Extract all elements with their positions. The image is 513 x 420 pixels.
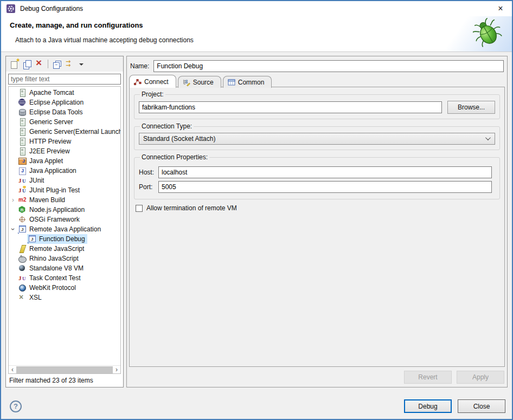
- config-tree-box: Apache TomcatEclipse ApplicationEclipse …: [8, 86, 121, 374]
- close-icon[interactable]: ×: [495, 3, 506, 15]
- project-group-label: Project:: [140, 91, 165, 98]
- junit-plugin-icon: [18, 186, 27, 195]
- close-button[interactable]: Close: [458, 399, 505, 413]
- new-config-icon: [10, 60, 19, 69]
- v8-icon: [18, 264, 27, 273]
- port-input[interactable]: [158, 181, 492, 193]
- tree-item[interactable]: Java Application: [9, 166, 120, 176]
- header-banner: Create, manage, and run configurations A…: [1, 16, 512, 52]
- java-applet-icon: [18, 157, 27, 165]
- tree-item[interactable]: ›Maven Build: [9, 195, 120, 205]
- tab-label: Common: [238, 79, 265, 86]
- connection-properties-label: Connection Properties:: [140, 153, 209, 161]
- junit-icon: [18, 176, 27, 185]
- server-icon: [18, 127, 27, 136]
- scrollbar-track[interactable]: [16, 366, 113, 373]
- tree-item[interactable]: Generic Server(External Launch): [9, 127, 120, 137]
- tree-item-label: Generic Server(External Launch): [29, 128, 120, 135]
- tab-connect[interactable]: Connect: [129, 75, 176, 88]
- connection-properties-group: Connection Properties: Host: Port:: [134, 153, 500, 199]
- horizontal-scrollbar[interactable]: ‹ ›: [9, 365, 120, 373]
- new-launch-configuration-button[interactable]: [8, 58, 21, 70]
- expander-expanded-icon[interactable]: ›: [9, 225, 17, 234]
- apply-button[interactable]: Apply: [457, 371, 504, 384]
- collapse-all-button[interactable]: [50, 58, 63, 70]
- tree-item-label: Generic Server: [29, 118, 73, 126]
- duplicate-launch-configuration-button[interactable]: [21, 58, 33, 70]
- allow-termination-label[interactable]: Allow termination of remote VM: [146, 204, 237, 212]
- port-label: Port:: [139, 183, 158, 191]
- name-input[interactable]: [153, 60, 504, 72]
- tree-item-label: OSGi Framework: [29, 216, 80, 223]
- tree-item-label: Maven Build: [29, 196, 65, 204]
- tree-item-label: HTTP Preview: [29, 138, 71, 145]
- bug-icon: [473, 18, 503, 51]
- dialog-body: Apache TomcatEclipse ApplicationEclipse …: [1, 52, 512, 395]
- connection-type-select[interactable]: Standard (Socket Attach): [139, 133, 495, 145]
- rhino-icon: [18, 254, 27, 263]
- chevron-down-icon: [485, 135, 491, 140]
- filter-input[interactable]: [8, 74, 121, 85]
- tree-item[interactable]: JUnit: [9, 176, 120, 185]
- scrollbar-thumb[interactable]: [16, 366, 113, 373]
- tab-common[interactable]: Common: [223, 76, 272, 88]
- tree-item[interactable]: Task Context Test: [9, 273, 120, 283]
- tree-item[interactable]: ›Remote Java Application: [9, 224, 120, 234]
- tab-bar: ConnectSourceCommon: [129, 74, 505, 87]
- debug-button[interactable]: Debug: [404, 399, 452, 413]
- toolbar-separator: [48, 60, 48, 68]
- toolbar-menu-button[interactable]: [75, 58, 88, 70]
- tree-item[interactable]: Eclipse Data Tools: [9, 107, 120, 117]
- tree-item[interactable]: Eclipse Application: [9, 98, 120, 107]
- tree-item[interactable]: Node.js Application: [9, 205, 120, 215]
- server-icon: [18, 118, 27, 126]
- common-icon: [228, 79, 235, 86]
- tree-item[interactable]: Rhino JavaScript: [9, 254, 120, 263]
- tree-item[interactable]: Apache Tomcat: [9, 88, 120, 98]
- tree-item-label: WebKit Protocol: [29, 284, 76, 292]
- scroll-left-icon[interactable]: ‹: [9, 366, 16, 373]
- tree-item-label: J2EE Preview: [29, 147, 70, 155]
- tree-item[interactable]: Standalone V8 VM: [9, 263, 120, 273]
- tree-item[interactable]: J2EE Preview: [9, 146, 120, 156]
- server-icon: [18, 88, 27, 97]
- project-input[interactable]: [139, 101, 442, 113]
- tab-source[interactable]: Source: [178, 76, 221, 88]
- browse-button[interactable]: Browse...: [447, 101, 495, 114]
- tab-label: Connect: [144, 78, 169, 86]
- config-toolbar: [6, 56, 123, 72]
- connect-icon: [134, 78, 142, 86]
- tree-item[interactable]: HTTP Preview: [9, 137, 120, 146]
- debug-configurations-dialog: Debug Configurations × Create, manage, a…: [0, 0, 513, 420]
- database-icon: [18, 108, 27, 117]
- tree-item[interactable]: Function Debug: [9, 234, 120, 244]
- tree-item[interactable]: WebKit Protocol: [9, 283, 120, 293]
- revert-button[interactable]: Revert: [404, 371, 452, 384]
- tree-item[interactable]: XSL: [9, 293, 120, 302]
- tree-item[interactable]: Generic Server: [9, 117, 120, 127]
- tree-item[interactable]: Remote JavaScript: [9, 244, 120, 254]
- expander-collapsed-icon[interactable]: ›: [9, 196, 17, 204]
- debug-configurations-window-icon: [7, 4, 15, 13]
- host-input[interactable]: [158, 166, 492, 178]
- name-label: Name:: [130, 62, 149, 70]
- allow-termination-checkbox[interactable]: [136, 205, 143, 212]
- delete-launch-configuration-button[interactable]: [33, 58, 46, 70]
- collapse-all-icon: [52, 60, 61, 69]
- page-title: Create, manage, and run configurations: [10, 21, 143, 29]
- help-icon[interactable]: ?: [10, 400, 22, 412]
- page-subtitle: Attach to a Java virtual machine accepti…: [15, 36, 194, 44]
- tree-item[interactable]: JUnit Plug-in Test: [9, 185, 120, 195]
- connection-type-label: Connection Type:: [140, 122, 194, 130]
- tree-item-label: Remote Java Application: [29, 225, 101, 233]
- tree-item-label: JUnit: [29, 177, 44, 184]
- xsl-icon: [18, 293, 27, 302]
- tree-item-label: Function Debug: [39, 235, 85, 243]
- maven-icon: [18, 196, 27, 204]
- tree-item[interactable]: OSGi Framework: [9, 215, 120, 224]
- scroll-right-icon[interactable]: ›: [113, 366, 120, 373]
- window-title: Debug Configurations: [20, 5, 83, 12]
- tree-item[interactable]: Java Applet: [9, 156, 120, 166]
- connection-type-group: Connection Type: Standard (Socket Attach…: [134, 122, 500, 150]
- filter-launch-configurations-button[interactable]: [63, 58, 75, 70]
